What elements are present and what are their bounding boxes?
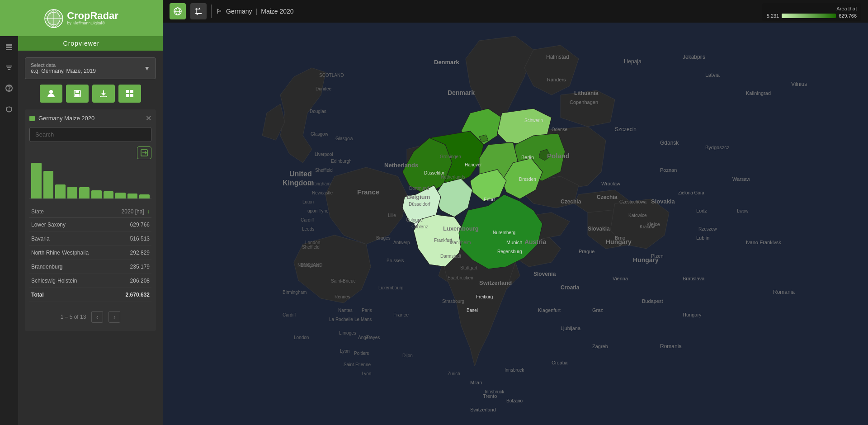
chart-bar[interactable] bbox=[79, 187, 90, 198]
value-cell: 292.829 bbox=[110, 246, 151, 260]
value-cell: 516.513 bbox=[110, 232, 151, 246]
svg-text:Kaliningrad: Kaliningrad bbox=[746, 90, 771, 96]
svg-text:Newcastle: Newcastle bbox=[312, 190, 333, 195]
svg-text:Brussels: Brussels bbox=[387, 258, 404, 263]
svg-text:Zurich: Zurich bbox=[448, 371, 460, 376]
chart-bar[interactable] bbox=[55, 184, 66, 198]
table-row[interactable]: North Rhine-Westphalia 292.829 bbox=[29, 246, 151, 260]
svg-text:Szczecin: Szczecin bbox=[615, 126, 637, 132]
cropviewer-label: Cropviewer bbox=[0, 36, 163, 51]
svg-text:Milan: Milan bbox=[470, 380, 482, 385]
chart-bar[interactable] bbox=[43, 171, 54, 198]
globe-toolbar-btn[interactable] bbox=[170, 3, 186, 19]
action-buttons bbox=[25, 85, 156, 103]
chart-bar[interactable] bbox=[67, 187, 78, 198]
svg-rect-14 bbox=[75, 90, 79, 93]
svg-text:Gdansk: Gdansk bbox=[660, 140, 679, 146]
search-input[interactable] bbox=[29, 127, 151, 142]
svg-text:Rennes: Rennes bbox=[335, 294, 350, 299]
map-area: 🏳 Germany | Maize 2020 Area [ha] 5.231 6… bbox=[163, 0, 868, 425]
svg-text:ENGLAND: ENGLAND bbox=[301, 263, 322, 268]
save-action-btn[interactable] bbox=[66, 85, 89, 103]
col-state[interactable]: State bbox=[29, 206, 110, 218]
svg-text:Angers: Angers bbox=[358, 335, 373, 340]
svg-text:Lodz: Lodz bbox=[696, 208, 707, 213]
dataset-close-btn[interactable]: ✕ bbox=[146, 114, 151, 123]
table-row[interactable]: Schleswig-Holstein 206.208 bbox=[29, 274, 151, 288]
svg-text:Trento: Trento bbox=[483, 393, 497, 399]
svg-text:Slovakia: Slovakia bbox=[651, 198, 675, 205]
pagination: 1 – 5 of 13 ‹ › bbox=[29, 307, 151, 326]
svg-text:SCOTLAND: SCOTLAND bbox=[319, 73, 344, 78]
sidebar-content: Select data e.g. Germany, Maize, 2019 ▼ bbox=[18, 51, 163, 425]
user-action-btn[interactable] bbox=[40, 85, 62, 103]
table-row[interactable]: Bavaria 516.513 bbox=[29, 232, 151, 246]
prev-page-btn[interactable]: ‹ bbox=[91, 311, 103, 323]
svg-text:Le Mans: Le Mans bbox=[354, 317, 372, 322]
svg-text:Vilnius: Vilnius bbox=[791, 81, 807, 87]
chart-bar[interactable] bbox=[91, 190, 102, 198]
svg-text:Lyon: Lyon bbox=[340, 349, 349, 354]
help-btn[interactable] bbox=[2, 81, 16, 95]
filter-btn[interactable] bbox=[2, 61, 16, 75]
breadcrumb-flag-icon: 🏳 bbox=[216, 8, 222, 15]
svg-text:Warsaw: Warsaw bbox=[732, 176, 750, 182]
svg-text:Lithuania: Lithuania bbox=[574, 90, 599, 96]
svg-text:Poland: Poland bbox=[547, 152, 570, 160]
svg-rect-19 bbox=[130, 94, 133, 97]
value-cell: 235.179 bbox=[110, 260, 151, 274]
svg-text:Ljubljana: Ljubljana bbox=[561, 326, 581, 331]
table-row[interactable]: Lower Saxony 629.766 bbox=[29, 218, 151, 232]
crop-toolbar-btn[interactable] bbox=[190, 3, 207, 19]
chart-bar[interactable] bbox=[127, 194, 138, 198]
bar-chart bbox=[29, 163, 151, 199]
svg-text:Croatia: Croatia bbox=[561, 284, 580, 291]
svg-text:London: London bbox=[305, 240, 320, 245]
svg-text:Luton: Luton bbox=[302, 199, 314, 204]
svg-text:Slovenia: Slovenia bbox=[533, 271, 556, 277]
svg-text:Glasgow: Glasgow bbox=[311, 132, 329, 137]
icon-strip bbox=[0, 36, 18, 425]
svg-text:Poitiers: Poitiers bbox=[354, 351, 369, 356]
svg-text:Liepaja: Liepaja bbox=[624, 58, 642, 65]
svg-text:Krakow: Krakow bbox=[640, 224, 655, 229]
download-action-btn[interactable] bbox=[92, 85, 115, 103]
svg-text:Netherlands: Netherlands bbox=[441, 175, 465, 179]
select-data-dropdown[interactable]: Select data e.g. Germany, Maize, 2019 ▼ bbox=[25, 57, 156, 79]
svg-text:Erfurt: Erfurt bbox=[484, 197, 495, 202]
legend-max: 629.766 bbox=[839, 13, 857, 19]
svg-text:Saint-Etienne: Saint-Etienne bbox=[344, 362, 371, 367]
layers-btn[interactable] bbox=[2, 41, 16, 54]
col-value[interactable]: 2020 [ha] ↓ bbox=[110, 206, 151, 218]
chart-bar[interactable] bbox=[115, 193, 126, 198]
svg-text:Cologne: Cologne bbox=[406, 217, 423, 222]
power-btn[interactable] bbox=[2, 102, 16, 115]
chart-bar[interactable] bbox=[31, 163, 42, 198]
svg-text:Budapest: Budapest bbox=[642, 298, 663, 304]
svg-text:Lublin: Lublin bbox=[696, 235, 709, 241]
next-page-btn[interactable]: › bbox=[108, 311, 120, 323]
pagination-info: 1 – 5 of 13 bbox=[61, 314, 86, 320]
svg-text:Rzeszow: Rzeszow bbox=[698, 227, 717, 231]
svg-text:Denmark: Denmark bbox=[434, 59, 459, 66]
chart-bar[interactable] bbox=[104, 191, 114, 198]
logo-text-area: CropRadar by KleffmannDigital® bbox=[67, 11, 118, 25]
svg-text:Poznan: Poznan bbox=[660, 167, 677, 173]
export-btn[interactable] bbox=[137, 146, 151, 159]
breadcrumb-area: 🏳 Germany | Maize 2020 bbox=[216, 8, 294, 15]
state-cell: Lower Saxony bbox=[29, 218, 110, 232]
chart-bar[interactable] bbox=[139, 194, 150, 198]
svg-point-11 bbox=[9, 90, 9, 91]
state-cell: North Rhine-Westphalia bbox=[29, 246, 110, 260]
table-row[interactable]: Brandenburg 235.179 bbox=[29, 260, 151, 274]
svg-text:Nuremberg: Nuremberg bbox=[493, 230, 515, 235]
svg-text:Saint-Brieuc: Saint-Brieuc bbox=[331, 279, 355, 283]
layout-action-btn[interactable] bbox=[118, 85, 141, 103]
svg-text:Romania: Romania bbox=[660, 343, 682, 349]
svg-text:Coblenz: Coblenz bbox=[411, 224, 428, 229]
svg-text:Switzerland: Switzerland bbox=[479, 279, 512, 286]
svg-text:Dijon: Dijon bbox=[402, 353, 413, 358]
svg-text:Nantes: Nantes bbox=[338, 308, 353, 313]
svg-text:Liverpool: Liverpool bbox=[315, 152, 333, 157]
dataset-header: Germany Maize 2020 ✕ bbox=[29, 114, 151, 123]
